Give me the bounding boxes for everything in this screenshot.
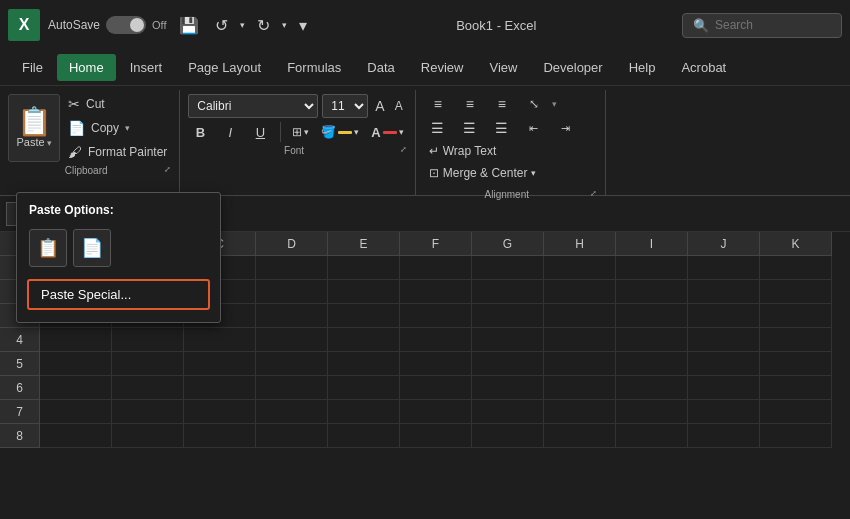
orientation-button[interactable]: ⤡ [520,95,548,113]
cell-F3[interactable] [400,304,472,328]
cell-E8[interactable] [328,424,400,448]
col-header-E[interactable]: E [328,232,400,256]
orientation-arrow[interactable]: ▾ [552,99,557,109]
cell-K1[interactable] [760,256,832,280]
col-header-D[interactable]: D [256,232,328,256]
decrease-indent-button[interactable]: ⇤ [520,120,548,137]
cell-A4[interactable] [40,328,112,352]
cell-G2[interactable] [472,280,544,304]
cell-I4[interactable] [616,328,688,352]
undo-button[interactable]: ↺ [211,14,232,37]
cell-E7[interactable] [328,400,400,424]
font-color-button[interactable]: A ▾ [368,123,406,142]
cell-C8[interactable] [184,424,256,448]
menu-item-file[interactable]: File [10,54,55,81]
cell-J2[interactable] [688,280,760,304]
cell-E3[interactable] [328,304,400,328]
cell-G1[interactable] [472,256,544,280]
align-right-button[interactable]: ☰ [488,118,516,138]
cell-D2[interactable] [256,280,328,304]
cell-F5[interactable] [400,352,472,376]
cell-H6[interactable] [544,376,616,400]
cell-E2[interactable] [328,280,400,304]
col-header-G[interactable]: G [472,232,544,256]
merge-center-button[interactable]: ⊡ Merge & Center ▾ [424,164,542,182]
font-expand-icon[interactable]: ⤢ [400,145,407,154]
cell-B5[interactable] [112,352,184,376]
cell-H7[interactable] [544,400,616,424]
cell-D4[interactable] [256,328,328,352]
autosave-toggle[interactable] [106,16,146,34]
cell-I8[interactable] [616,424,688,448]
cell-C5[interactable] [184,352,256,376]
formula-input[interactable] [172,206,844,221]
paste-special-button[interactable]: Paste Special... [27,279,210,310]
cell-K3[interactable] [760,304,832,328]
cell-J6[interactable] [688,376,760,400]
col-header-H[interactable]: H [544,232,616,256]
cell-E6[interactable] [328,376,400,400]
cell-K4[interactable] [760,328,832,352]
col-header-K[interactable]: K [760,232,832,256]
cell-H5[interactable] [544,352,616,376]
cell-H2[interactable] [544,280,616,304]
increase-font-button[interactable]: A [372,97,387,115]
cell-I1[interactable] [616,256,688,280]
cell-D1[interactable] [256,256,328,280]
cell-B7[interactable] [112,400,184,424]
format-painter-button[interactable]: 🖌 Format Painter [64,142,171,162]
quick-access-more[interactable]: ▾ [295,14,311,37]
cell-J4[interactable] [688,328,760,352]
cell-I5[interactable] [616,352,688,376]
borders-button[interactable]: ⊞ ▾ [289,123,312,141]
cell-A6[interactable] [40,376,112,400]
cell-B8[interactable] [112,424,184,448]
cell-A8[interactable] [40,424,112,448]
redo-button[interactable]: ↻ [253,14,274,37]
align-top-center-button[interactable]: ≡ [456,94,484,114]
cell-K8[interactable] [760,424,832,448]
align-left-button[interactable]: ☰ [424,118,452,138]
wrap-text-button[interactable]: ↵ Wrap Text [424,142,502,160]
cell-J5[interactable] [688,352,760,376]
merge-arrow[interactable]: ▾ [531,168,536,178]
redo-dropdown-button[interactable]: ▾ [278,18,291,32]
col-header-J[interactable]: J [688,232,760,256]
menu-item-review[interactable]: Review [409,54,476,81]
col-header-I[interactable]: I [616,232,688,256]
decrease-font-button[interactable]: A [392,98,406,114]
paste-button[interactable]: 📋 Paste ▾ [8,94,60,162]
cell-D6[interactable] [256,376,328,400]
copy-arrow[interactable]: ▾ [125,123,130,133]
cell-C4[interactable] [184,328,256,352]
save-button[interactable]: 💾 [175,14,203,37]
paste-option-1[interactable]: 📋 [29,229,67,267]
menu-item-help[interactable]: Help [617,54,668,81]
align-top-right-button[interactable]: ≡ [488,94,516,114]
clipboard-expand-icon[interactable]: ⤢ [164,165,171,174]
cell-J1[interactable] [688,256,760,280]
cell-F6[interactable] [400,376,472,400]
cell-J8[interactable] [688,424,760,448]
increase-indent-button[interactable]: ⇥ [552,120,580,137]
align-center-button[interactable]: ☰ [456,118,484,138]
menu-item-acrobat[interactable]: Acrobat [669,54,738,81]
cell-G4[interactable] [472,328,544,352]
undo-dropdown-button[interactable]: ▾ [236,18,249,32]
align-top-left-button[interactable]: ≡ [424,94,452,114]
cell-D5[interactable] [256,352,328,376]
menu-item-developer[interactable]: Developer [531,54,614,81]
cell-J3[interactable] [688,304,760,328]
cell-E4[interactable] [328,328,400,352]
font-color-arrow[interactable]: ▾ [399,127,404,137]
cell-K6[interactable] [760,376,832,400]
fill-color-button[interactable]: 🪣 ▾ [318,123,362,141]
cell-I6[interactable] [616,376,688,400]
cell-B4[interactable] [112,328,184,352]
cell-H1[interactable] [544,256,616,280]
cell-F1[interactable] [400,256,472,280]
copy-button[interactable]: 📄 Copy ▾ [64,118,171,138]
menu-item-pagelayout[interactable]: Page Layout [176,54,273,81]
underline-button[interactable]: U [248,123,272,142]
search-box[interactable]: 🔍 [682,13,842,38]
